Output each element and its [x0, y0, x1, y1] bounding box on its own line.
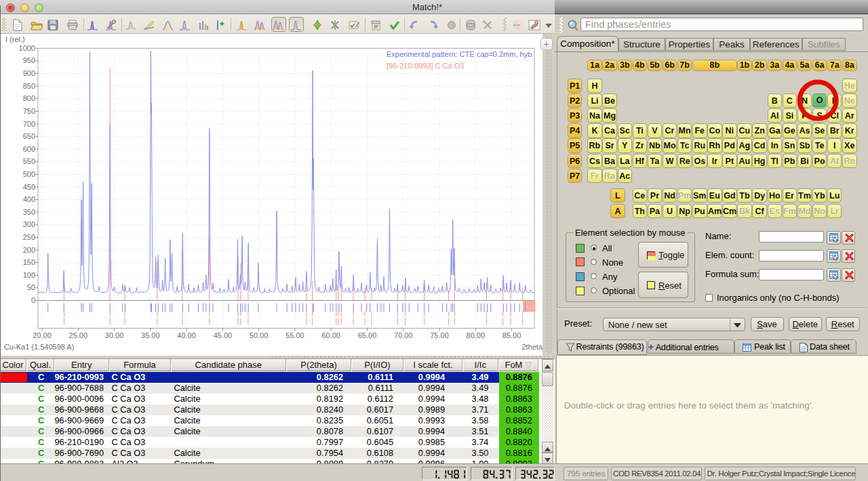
svg-text:700: 700 [23, 120, 35, 128]
svg-text:I (rel.): I (rel.) [5, 35, 25, 43]
svg-text:800: 800 [23, 94, 35, 102]
svg-text:75.00: 75.00 [430, 331, 449, 339]
svg-text:950: 950 [23, 56, 35, 64]
svg-text:900: 900 [23, 69, 35, 77]
svg-text:25.00: 25.00 [69, 331, 88, 339]
svg-text:1000: 1000 [19, 44, 35, 52]
svg-text:40.00: 40.00 [177, 331, 196, 339]
svg-text:20.00: 20.00 [33, 331, 52, 339]
svg-text:150: 150 [23, 258, 35, 266]
svg-text:450: 450 [23, 183, 35, 191]
svg-text:45.00: 45.00 [214, 331, 233, 339]
svg-text:50.00: 50.00 [250, 331, 269, 339]
svg-text:500: 500 [23, 170, 35, 178]
svg-text:2theta: 2theta [521, 343, 542, 351]
svg-text:550: 550 [23, 157, 35, 165]
svg-text:300: 300 [23, 220, 35, 228]
svg-text:70.00: 70.00 [394, 331, 413, 339]
svg-text:0: 0 [31, 296, 35, 304]
svg-text:Cu-Ka1 (1.540598 A): Cu-Ka1 (1.540598 A) [4, 343, 74, 351]
svg-text:400: 400 [23, 195, 35, 203]
svg-text:600: 600 [23, 145, 35, 153]
svg-text:850: 850 [23, 82, 35, 90]
svg-text:250: 250 [23, 233, 35, 241]
svg-text:100: 100 [23, 271, 35, 279]
svg-text:200: 200 [23, 246, 35, 254]
svg-text:50: 50 [27, 283, 35, 291]
svg-text:750: 750 [23, 107, 35, 115]
svg-text:60.00: 60.00 [321, 331, 340, 339]
svg-text:80.00: 80.00 [467, 331, 486, 339]
svg-text:85.00: 85.00 [502, 331, 521, 339]
svg-text:35.00: 35.00 [141, 331, 160, 339]
svg-text:[96-210-0993] C Ca O3: [96-210-0993] C Ca O3 [387, 62, 464, 70]
svg-text:Experimental pattern: CTE cap=: Experimental pattern: CTE cap=0.2mm, hyb [387, 50, 532, 58]
svg-text:650: 650 [23, 132, 35, 140]
svg-text:55.00: 55.00 [285, 331, 304, 339]
svg-text:65.00: 65.00 [358, 331, 377, 339]
svg-text:350: 350 [23, 208, 35, 216]
svg-text:30.00: 30.00 [105, 331, 124, 339]
